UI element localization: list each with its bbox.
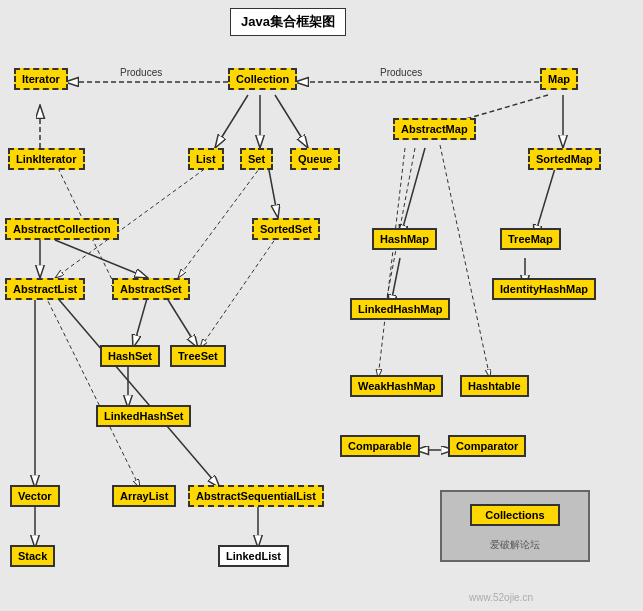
node-arraylist: ArrayList — [112, 485, 176, 507]
node-linkedhashset: LinkedHashSet — [96, 405, 191, 427]
svg-line-25 — [378, 148, 405, 378]
svg-line-29 — [45, 295, 140, 488]
node-sortedmap: SortedMap — [528, 148, 601, 170]
node-list: List — [188, 148, 224, 170]
svg-line-15 — [178, 165, 262, 278]
node-sortedset: SortedSet — [252, 218, 320, 240]
svg-text:Produces: Produces — [380, 67, 422, 78]
node-hashtable: Hashtable — [460, 375, 529, 397]
svg-line-7 — [215, 95, 248, 148]
node-linkiterator: LinkIterator — [8, 148, 85, 170]
node-weakhashmap: WeakHashMap — [350, 375, 443, 397]
node-vector: Vector — [10, 485, 60, 507]
node-iterator: Iterator — [14, 68, 68, 90]
node-map: Map — [540, 68, 578, 90]
node-hashset: HashSet — [100, 345, 160, 367]
node-abstractset: AbstractSet — [112, 278, 190, 300]
watermark: www.52ojie.cn — [469, 592, 533, 603]
node-set: Set — [240, 148, 273, 170]
svg-line-17 — [400, 148, 425, 238]
svg-line-19 — [200, 235, 278, 348]
node-stack: Stack — [10, 545, 55, 567]
diagram-title: Java集合框架图 — [230, 8, 346, 36]
node-collection: Collection — [228, 68, 297, 90]
node-hashmap: HashMap — [372, 228, 437, 250]
legend-label: 爱破解论坛 — [450, 538, 580, 552]
svg-line-9 — [275, 95, 308, 148]
svg-line-13 — [55, 240, 148, 278]
svg-line-16 — [268, 165, 278, 218]
node-comparator: Comparator — [448, 435, 526, 457]
svg-line-30 — [55, 295, 220, 488]
node-abstractmap: AbstractMap — [393, 118, 476, 140]
legend-collections: Collections — [470, 504, 560, 526]
node-linkedlist: LinkedList — [218, 545, 289, 567]
node-identityhashmap: IdentityHashMap — [492, 278, 596, 300]
node-treeset: TreeSet — [170, 345, 226, 367]
node-abstractsequentiallist: AbstractSequentialList — [188, 485, 324, 507]
node-comparable: Comparable — [340, 435, 420, 457]
node-abstractlist: AbstractList — [5, 278, 85, 300]
node-queue: Queue — [290, 148, 340, 170]
node-linkedhashmap: LinkedHashMap — [350, 298, 450, 320]
svg-text:Produces: Produces — [120, 67, 162, 78]
node-treemap: TreeMap — [500, 228, 561, 250]
legend-box: Collections 爱破解论坛 — [440, 490, 590, 562]
node-abstractcollection: AbstractCollection — [5, 218, 119, 240]
svg-line-24 — [440, 145, 490, 378]
svg-line-20 — [133, 295, 148, 348]
svg-line-21 — [165, 295, 198, 348]
diagram-container: Produces Produces Produces — [0, 0, 643, 611]
